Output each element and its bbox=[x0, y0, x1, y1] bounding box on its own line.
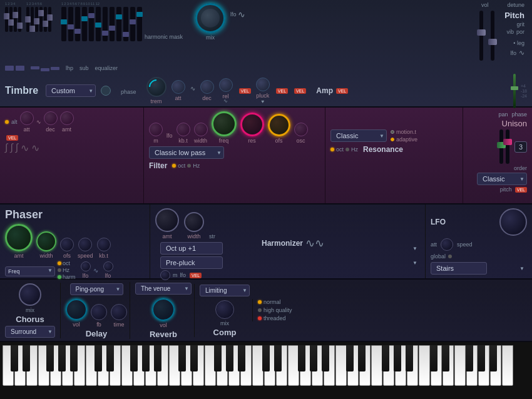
adaptive-radio[interactable] bbox=[391, 138, 394, 141]
harm-fader-7[interactable] bbox=[103, 7, 108, 41]
harm-fader-12[interactable] bbox=[137, 7, 142, 41]
white-key[interactable] bbox=[181, 345, 192, 386]
white-key[interactable] bbox=[442, 345, 454, 386]
reverb-dropdown[interactable]: The venue Hall Room Plate bbox=[135, 283, 192, 295]
filter-ofs-knob[interactable] bbox=[268, 114, 290, 136]
pre-pluck-dropdown-wrapper[interactable]: Pre-pluck Post-pluck Both ▼ bbox=[160, 256, 420, 269]
white-key[interactable] bbox=[98, 345, 109, 386]
white-key[interactable] bbox=[395, 345, 406, 386]
lhp-fader[interactable] bbox=[5, 66, 14, 71]
phaser-kbt-knob[interactable] bbox=[97, 238, 111, 251]
white-key[interactable] bbox=[240, 345, 252, 386]
white-key[interactable] bbox=[110, 345, 121, 386]
freq-dropdown-wrapper[interactable]: Freq Rate ▼ bbox=[5, 265, 55, 276]
fader-10[interactable] bbox=[48, 7, 51, 32]
phaser-width-knob[interactable] bbox=[36, 231, 56, 251]
white-key[interactable] bbox=[300, 345, 311, 386]
white-key[interactable] bbox=[454, 345, 466, 386]
white-key[interactable] bbox=[490, 345, 501, 386]
white-key[interactable] bbox=[383, 345, 394, 386]
white-key[interactable] bbox=[193, 345, 204, 386]
white-key[interactable] bbox=[312, 345, 323, 386]
white-key[interactable] bbox=[324, 345, 335, 386]
harm-amt-knob[interactable] bbox=[155, 208, 179, 232]
rel-knob-top[interactable] bbox=[219, 78, 233, 92]
motion-t-radio[interactable] bbox=[391, 130, 394, 134]
harm-fader-10[interactable] bbox=[123, 7, 128, 41]
timbre-dropdown[interactable]: Custom Preset 1 Init bbox=[46, 84, 96, 97]
comp-dropdown[interactable]: Limiting Normal Soft bbox=[200, 285, 250, 296]
dec-knob-top[interactable] bbox=[200, 80, 214, 94]
white-key[interactable] bbox=[264, 345, 275, 386]
delay-dropdown-wrapper[interactable]: Ping-pong Stereo Mono ▼ bbox=[70, 283, 123, 295]
amt-knob-filter[interactable] bbox=[60, 111, 74, 125]
phaser-lfo-knob[interactable] bbox=[81, 261, 91, 271]
harm-fader-4[interactable] bbox=[82, 7, 87, 41]
white-key[interactable] bbox=[50, 345, 61, 386]
white-key[interactable] bbox=[276, 345, 287, 386]
sub-fader[interactable] bbox=[16, 66, 24, 71]
unison-dropdown[interactable]: Classic Spread bbox=[477, 173, 527, 185]
white-key[interactable] bbox=[466, 345, 478, 386]
chorus-dropdown-wrapper[interactable]: Surround Normal Wide ▼ bbox=[5, 325, 55, 338]
unison-dropdown-wrapper[interactable]: Classic Spread ▼ bbox=[477, 173, 527, 185]
harm-fader-9[interactable] bbox=[116, 7, 121, 41]
fader-2[interactable] bbox=[9, 7, 13, 32]
white-key[interactable] bbox=[169, 345, 180, 386]
white-key[interactable] bbox=[407, 345, 418, 386]
pluck-knob[interactable] bbox=[256, 78, 270, 91]
phaser-amt-knob[interactable] bbox=[5, 224, 33, 251]
white-key[interactable] bbox=[502, 345, 513, 386]
comp-knob-1[interactable] bbox=[215, 300, 234, 319]
dec-knob-filter[interactable] bbox=[44, 111, 58, 125]
freq-dropdown[interactable]: Freq Rate bbox=[5, 266, 55, 276]
filter-dropdown-wrapper[interactable]: Classic low pass Classic high pass Band … bbox=[149, 146, 224, 159]
filter-width-knob[interactable] bbox=[194, 123, 208, 136]
chorus-dropdown[interactable]: Surround Normal Wide bbox=[5, 326, 55, 338]
delay-time-knob[interactable] bbox=[111, 304, 127, 320]
white-key[interactable] bbox=[86, 345, 97, 386]
eq-fader-3[interactable] bbox=[51, 67, 59, 70]
white-key[interactable] bbox=[145, 345, 156, 386]
filter-res-knob[interactable] bbox=[240, 113, 264, 136]
stairs-dropdown[interactable]: Stairs Sine Triangle Saw Square Random bbox=[431, 262, 487, 275]
white-key[interactable] bbox=[217, 345, 228, 386]
white-key[interactable] bbox=[335, 345, 347, 386]
harm-width-knob[interactable] bbox=[184, 212, 204, 232]
fader-8[interactable] bbox=[39, 7, 43, 32]
delay-dropdown[interactable]: Ping-pong Stereo Mono bbox=[70, 283, 123, 295]
reverb-vol-knob[interactable] bbox=[152, 298, 175, 321]
phase-fader[interactable] bbox=[506, 129, 509, 164]
white-key[interactable] bbox=[62, 345, 73, 386]
resonance-dropdown[interactable]: Classic Resonant Smooth bbox=[330, 129, 387, 142]
oct-up-dropdown[interactable]: Oct up +1 Oct up +2 Oct down -1 None bbox=[160, 242, 223, 255]
lfo-main-knob[interactable] bbox=[499, 208, 527, 236]
white-key[interactable] bbox=[359, 345, 371, 386]
harm-fader-2[interactable] bbox=[68, 7, 73, 41]
white-key[interactable] bbox=[121, 345, 133, 386]
stairs-dropdown-wrapper[interactable]: Stairs Sine Triangle Saw Square Random ▼ bbox=[431, 262, 527, 275]
white-key[interactable] bbox=[288, 345, 299, 386]
white-key[interactable] bbox=[74, 345, 85, 386]
trem-knob[interactable] bbox=[146, 77, 166, 97]
comp-dropdown-wrapper[interactable]: Limiting Normal Soft ▼ bbox=[200, 284, 250, 296]
harm-lfo-knob[interactable] bbox=[160, 270, 170, 280]
resonance-dropdown-wrapper[interactable]: Classic Resonant Smooth ▼ bbox=[330, 129, 387, 142]
harm-fader-5[interactable] bbox=[89, 7, 94, 41]
harm-fader-8[interactable] bbox=[110, 7, 115, 41]
chorus-knob[interactable] bbox=[19, 283, 41, 306]
white-key[interactable] bbox=[228, 345, 240, 386]
harm-fader-3[interactable] bbox=[75, 7, 80, 41]
white-key[interactable] bbox=[38, 345, 49, 386]
reverb-dropdown-wrapper[interactable]: The venue Hall Room Plate ▼ bbox=[135, 282, 192, 295]
filter-osc-knob[interactable] bbox=[294, 123, 308, 136]
phaser-lfo2-knob[interactable] bbox=[103, 261, 113, 271]
white-key[interactable] bbox=[431, 345, 442, 386]
phaser-speed-knob[interactable] bbox=[78, 238, 92, 251]
harm-fader-1[interactable] bbox=[61, 7, 66, 41]
white-key[interactable] bbox=[14, 345, 26, 386]
filter-dropdown[interactable]: Classic low pass Classic high pass Band … bbox=[149, 146, 224, 159]
harm-fader-11[interactable] bbox=[130, 7, 135, 41]
filter-kbt-knob[interactable] bbox=[176, 123, 190, 136]
eq-fader-1[interactable] bbox=[31, 66, 39, 69]
